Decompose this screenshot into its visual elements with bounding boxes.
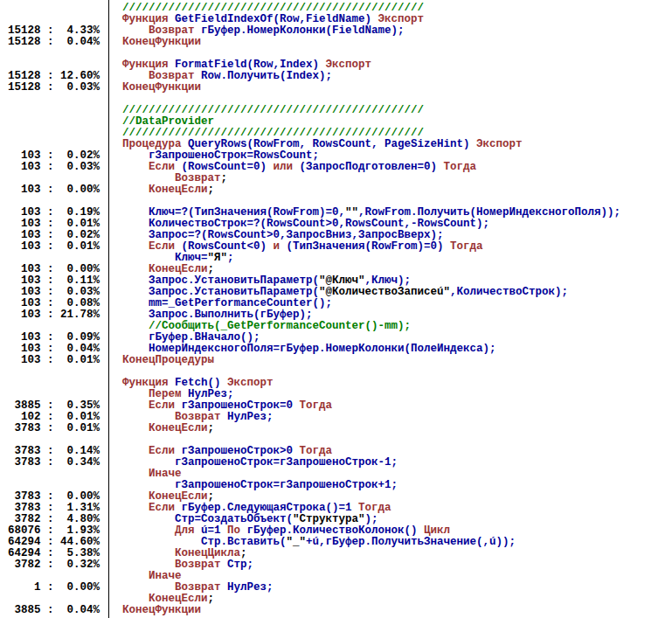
comment-token: ////////////////////////////////////////… (122, 2, 424, 14)
code-token: ; (208, 490, 215, 503)
code-token: ; (221, 172, 228, 184)
code-token: ; (240, 547, 247, 559)
code-token: гБуфер.НомерКолонки(FieldName); (195, 24, 405, 37)
comment-token: ////////////////////////////////////////… (122, 104, 424, 116)
keyword-token: КонецФункции (122, 81, 201, 94)
code-line: 103 : 0.03% Если (RowsCount=0) или (Запр… (0, 162, 672, 173)
code-token: ); (365, 513, 378, 525)
keyword-token: Возврат (122, 559, 221, 571)
keyword-token: и (267, 240, 280, 253)
profile-stats: 103 : 0.01% (0, 241, 109, 253)
code-token: Row.Получить(Index); (195, 70, 333, 82)
code-token: НулРез; (221, 581, 274, 594)
code-text: КонецЕсли; (109, 184, 214, 196)
code-text (109, 94, 122, 105)
code-line: 103 : 0.01% Если (RowsCount<0) и (ТипЗна… (0, 241, 672, 253)
code-token: Запрос=?(RowsCount>0,ЗапросВниз,ЗапросВв… (122, 229, 444, 241)
keyword-token: КонецЕсли (122, 263, 208, 275)
keyword-token: Тогда (444, 240, 483, 253)
keyword-token: Иначе (122, 570, 182, 582)
code-token: ; (208, 593, 215, 605)
profile-stats (0, 94, 109, 105)
profile-stats: 3782 : 0.32% (0, 559, 109, 571)
code-token: Стр=СоздатьОбъект( (122, 513, 293, 525)
code-line: 15128 : 12.60% Возврат Row.Получить(Inde… (0, 71, 672, 82)
profile-stats (0, 105, 109, 116)
code-view[interactable]: ////////////////////////////////////////… (0, 3, 672, 616)
code-line: 102 : 0.01% Возврат НулРез; (0, 412, 672, 423)
profile-stats: 15128 : 0.04% (0, 37, 109, 48)
code-token: GetFieldIndexOf(Row,FieldName) (169, 13, 372, 25)
code-token: ,Ключ); (365, 274, 412, 287)
code-line: Функция FormatField(Row,Index) Экспорт (0, 59, 672, 71)
code-text (109, 434, 122, 446)
keyword-token: Тогда (293, 445, 332, 457)
code-line: 15128 : 0.04%КонецФункции (0, 37, 672, 48)
comment-token: //DataProvider (122, 115, 214, 128)
keyword-token: Возврат (122, 24, 195, 37)
code-token: QueryRows(RowFrom, RowsCount, PageSizeHi… (182, 138, 470, 150)
comment-token: //Сообщить(_GetPerformanceCounter()-mm); (122, 320, 411, 332)
code-token: "Структура" (293, 513, 365, 525)
code-line (0, 434, 672, 446)
code-token: гБуфер.КоличествоКолонок() (240, 524, 418, 537)
keyword-token: Экспорт (221, 377, 274, 389)
keyword-token: КонецЕсли (122, 422, 208, 434)
code-line: 3782 : 0.32% Возврат Стр; (0, 559, 672, 571)
code-token: гЗапрошеноСтрок=гЗапрошеноСтрок+1; (122, 479, 398, 491)
code-token: гБуфер.ВНачало(); (122, 331, 260, 344)
code-line: Перем НулРез; (0, 389, 672, 400)
code-token: гБуфер.СледующаяСтрока()=1 (175, 502, 352, 514)
profile-stats: 3783 : 0.34% (0, 457, 109, 469)
code-line: 3783 : 0.34% гЗапрошеноСтрок=гЗапрошеноС… (0, 457, 672, 469)
keyword-token: Возврат (122, 70, 195, 82)
code-token: НулРез; (221, 411, 274, 423)
keyword-token: КонецЦикла (122, 547, 240, 559)
code-token: Fetch() (169, 377, 221, 389)
code-token: Запрос.УстановитьПараметр( (122, 274, 319, 287)
code-token: ; (208, 422, 215, 434)
profile-stats (0, 366, 109, 378)
profile-stats (0, 3, 109, 14)
code-token: Стр; (221, 559, 254, 571)
profile-stats: 3885 : 0.04% (0, 605, 109, 616)
keyword-token: КонецЕсли (122, 184, 208, 196)
keyword-token: Процедура (122, 138, 182, 150)
keyword-token: Иначе (122, 468, 182, 480)
code-token: гЗапрошеноСтрок>0 (175, 445, 293, 457)
profile-stats (0, 128, 109, 139)
code-line: ////////////////////////////////////////… (0, 105, 672, 116)
code-token: ; (208, 184, 215, 196)
gutter-separator-line (108, 0, 109, 618)
keyword-token: Возврат (122, 172, 221, 184)
code-line (0, 366, 672, 378)
code-token: (RowsCount=0) (175, 161, 267, 173)
code-token: (ТипЗначения(RowFrom)=0) (280, 240, 444, 253)
keyword-token: Функция (122, 13, 169, 25)
code-line: 15128 : 0.03%КонецФункции (0, 82, 672, 94)
code-text (109, 48, 122, 59)
code-line: 103 : 0.00% КонецЕсли; (0, 184, 672, 196)
code-token: Запрос.Выполнить(гБуфер); (122, 309, 313, 321)
keyword-token: Если (122, 240, 175, 253)
code-token: ,КоличествоСтрок); (450, 286, 568, 298)
code-token: mm=_GetPerformanceCounter(); (122, 297, 332, 309)
keyword-token: Функция (122, 59, 169, 71)
code-line: 3885 : 0.35% Если гЗапрошеноСтрок=0 Тогд… (0, 400, 672, 412)
code-token: Запрос.УстановитьПараметр( (122, 286, 319, 298)
code-text: КонецЕсли; (109, 423, 214, 434)
code-text (109, 366, 122, 378)
code-token: "Я" (208, 252, 228, 264)
code-token: КоличествоСтрок=?(RowsCount>0,RowsCount,… (122, 218, 489, 230)
keyword-token: КонецФункции (122, 604, 201, 616)
keyword-token: По (221, 524, 241, 537)
code-token: НомерИндексногоПоля=гБуфер.НомерКолонки(… (122, 343, 496, 355)
code-token: (ЗапросПодготовлен=0) (293, 161, 437, 173)
code-text: КонецФункции (109, 37, 201, 48)
code-line: Процедура QueryRows(RowFrom, RowsCount, … (0, 139, 672, 150)
keyword-token: Цикл (418, 524, 451, 537)
code-token: "_" (287, 536, 307, 548)
code-token: Ключ= (122, 252, 208, 264)
code-line: Возврат; (0, 173, 672, 184)
code-line: 3885 : 0.04%КонецФункции (0, 605, 672, 616)
